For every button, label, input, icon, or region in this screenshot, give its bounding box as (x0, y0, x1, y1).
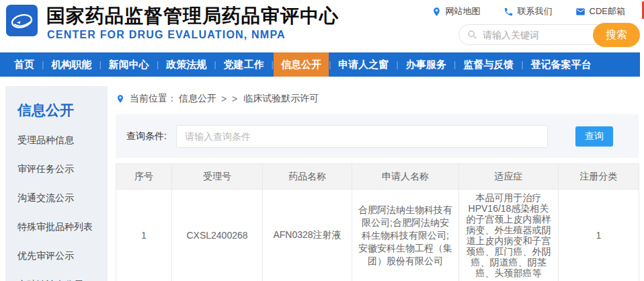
nav-item-supervision[interactable]: 监督与反馈 (456, 52, 521, 77)
cde-page: 国家药品监督管理局药品审评中心 CENTER FOR DRUG EVALUATI… (0, 0, 644, 281)
query-input[interactable] (176, 125, 548, 148)
cell-applicant: 合肥阿法纳生物科技有限公司;合肥阿法纳安科生物科技有限公司;安徽安科生物工程（集… (352, 190, 459, 281)
sidebar-item-priority-review[interactable]: 优先审评公示 (17, 250, 101, 262)
cell-registration-category: 1 (559, 190, 639, 281)
cell-indication: 本品可用于治疗HPV16/18感染相关的子宫颈上皮内瘤样病变、外生殖器或阴道上皮… (459, 190, 559, 281)
nav-item-applicant-window[interactable]: 申请人之窗 (331, 52, 396, 77)
col-header-acceptance-no: 受理号 (172, 164, 263, 190)
mailbox-label: CDE邮箱 (590, 5, 625, 17)
sitemap-label: 网站地图 (446, 5, 481, 17)
sidebar-item-review-tasks[interactable]: 审评任务公示 (17, 163, 101, 175)
main-nav: 首页 机构职能 新闻中心 政策法规 党建工作 信息公开 申请人之窗 办事服务 监… (0, 52, 640, 77)
breadcrumb: 当前位置：信息公开 > > 临床试验默示许可 (116, 93, 639, 105)
cde-logo-icon (6, 5, 38, 36)
sidebar-title: 信息公开 (17, 101, 101, 120)
phone-icon (504, 7, 514, 17)
breadcrumb-separator: > > (221, 93, 239, 104)
query-button[interactable]: 查询 (575, 126, 613, 147)
cell-acceptance-no: CXSL2400268 (172, 190, 263, 281)
nav-item-registration-platform[interactable]: 登记备案平台 (524, 52, 599, 77)
query-panel: 查询条件: 查询 (116, 114, 639, 158)
mailbox-link[interactable]: CDE邮箱 (575, 5, 625, 17)
mail-icon (575, 7, 586, 17)
cell-drug-name: AFN0328注射液 (263, 190, 352, 281)
table-header-row: 序号 受理号 药品名称 申请人名称 适应症 注册分类 (116, 164, 639, 190)
table-row: 1 CXSL2400268 AFN0328注射液 合肥阿法纳生物科技有限公司;合… (116, 190, 639, 281)
sitemap-link[interactable]: 网站地图 (432, 5, 481, 17)
sidebar-item-accepted-varieties[interactable]: 受理品种信息 (17, 134, 101, 147)
contact-label: 联系我们 (518, 5, 553, 17)
site-search: 搜索 (458, 24, 640, 45)
nav-item-disclosure[interactable]: 信息公开 (274, 52, 329, 77)
nav-item-functions[interactable]: 机构职能 (44, 52, 99, 77)
location-pin-icon (116, 93, 125, 104)
nav-item-services[interactable]: 办事服务 (399, 52, 454, 77)
breadcrumb-section[interactable]: 信息公开 (179, 93, 216, 105)
col-header-seq: 序号 (116, 164, 172, 190)
site-subtitle: CENTER FOR DRUG EVALUATION, NMPA (47, 29, 286, 41)
search-icon (467, 30, 477, 40)
location-pin-icon (432, 7, 442, 17)
nav-item-home[interactable]: 首页 (7, 52, 42, 77)
site-header: 国家药品监督管理局药品审评中心 CENTER FOR DRUG EVALUATI… (0, 0, 644, 52)
col-header-indication: 适应症 (459, 164, 559, 190)
query-label: 查询条件: (126, 130, 167, 143)
nav-item-party[interactable]: 党建工作 (216, 52, 272, 77)
main-content: 当前位置：信息公开 > > 临床试验默示许可 查询条件: 查询 序号 受理号 药… (116, 86, 639, 281)
site-title: 国家药品监督管理局药品审评中心 (46, 3, 339, 29)
sidebar-item-communication[interactable]: 沟通交流公示 (17, 192, 101, 204)
col-header-registration-category: 注册分类 (559, 164, 639, 190)
col-header-applicant: 申请人名称 (352, 164, 459, 190)
nav-item-news[interactable]: 新闻中心 (102, 52, 157, 77)
col-header-drug-name: 药品名称 (263, 164, 352, 190)
contact-link[interactable]: 联系我们 (504, 5, 553, 17)
results-table: 序号 受理号 药品名称 申请人名称 适应症 注册分类 1 CXSL2400268… (116, 163, 639, 281)
search-button[interactable]: 搜索 (593, 23, 640, 47)
sidebar-disclosure: 信息公开 受理品种信息 审评任务公示 沟通交流公示 特殊审批品种列表 优先审评公… (5, 86, 108, 281)
cell-seq: 1 (116, 190, 172, 281)
nav-item-policy[interactable]: 政策法规 (159, 52, 214, 77)
breadcrumb-current: 临床试验默示许可 (243, 93, 319, 105)
search-input[interactable] (483, 30, 583, 40)
utility-links: 网站地图 联系我们 CDE邮箱 (432, 5, 625, 17)
breadcrumb-prefix: 当前位置： (130, 93, 177, 105)
sidebar-item-special-approval[interactable]: 特殊审批品种列表 (17, 221, 101, 233)
